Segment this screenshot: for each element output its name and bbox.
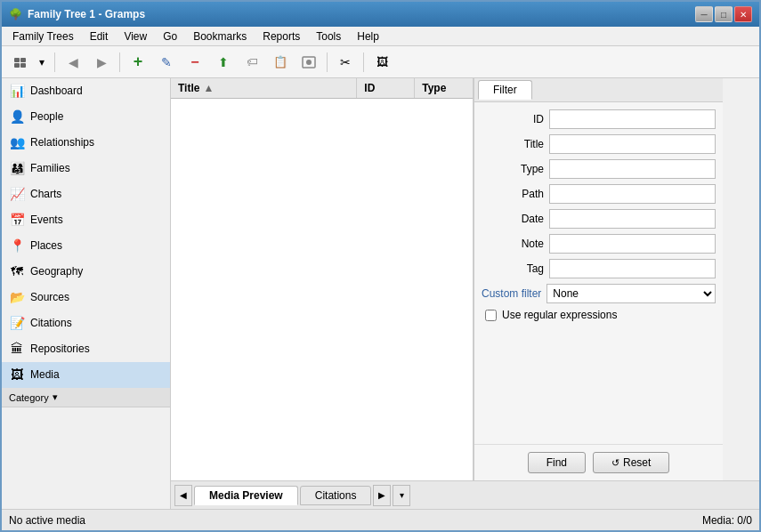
- reset-button[interactable]: ↺ Reset: [593, 452, 669, 473]
- filter-row-tag: Tag: [482, 259, 716, 278]
- sidebar-item-events[interactable]: 📅 Events: [2, 207, 170, 233]
- sidebar-item-relationships[interactable]: 👥 Relationships: [2, 130, 170, 156]
- menu-tools[interactable]: Tools: [309, 28, 348, 44]
- filter-row-note: Note: [482, 234, 716, 254]
- filter-input-tag[interactable]: [549, 259, 716, 278]
- dashboard-icon: 📊: [9, 83, 25, 99]
- merge-button[interactable]: ⬆: [210, 50, 237, 75]
- col-header-id[interactable]: ID: [357, 78, 415, 98]
- svg-rect-0: [14, 58, 20, 62]
- tab-media-preview[interactable]: Media Preview: [194, 486, 298, 505]
- sidebar-item-sources[interactable]: 📂 Sources: [2, 285, 170, 310]
- menu-help[interactable]: Help: [350, 28, 386, 44]
- edit-button[interactable]: ✎: [153, 50, 180, 75]
- export-icon: [301, 54, 317, 70]
- sidebar-item-dashboard[interactable]: 📊 Dashboard: [2, 78, 170, 104]
- filter-tab[interactable]: Filter: [478, 80, 532, 100]
- menu-bookmarks[interactable]: Bookmarks: [186, 28, 254, 44]
- sidebar-item-geography[interactable]: 🗺 Geography: [2, 259, 170, 285]
- sidebar-label-media: Media: [30, 368, 60, 381]
- filter-input-note[interactable]: [549, 234, 716, 254]
- status-left: No active media: [9, 514, 85, 527]
- svg-rect-2: [14, 63, 20, 68]
- sidebar-item-repositories[interactable]: 🏛 Repositories: [2, 336, 170, 362]
- list-panel: Title ▲ ID Type: [171, 78, 474, 480]
- filter-tab-row: Filter: [474, 78, 723, 102]
- tab-next-arrow[interactable]: ▶: [373, 485, 391, 506]
- main-content: 📊 Dashboard 👤 People 👥 Relationships 👨‍👩…: [2, 78, 759, 509]
- media-button[interactable]: 🖼: [368, 50, 395, 75]
- titlebar: 🌳 Family Tree 1 - Gramps ─ □ ✕: [2, 2, 759, 27]
- filter-input-title[interactable]: [549, 134, 716, 154]
- filter-input-id[interactable]: [549, 109, 716, 129]
- filter-label-id: ID: [482, 113, 544, 125]
- menu-reports[interactable]: Reports: [255, 28, 307, 44]
- sidebar-category[interactable]: Category ▾: [2, 388, 170, 407]
- sidebar-item-families[interactable]: 👨‍👩‍👧 Families: [2, 156, 170, 181]
- filter-row-path: Path: [482, 184, 716, 204]
- filter-label-tag: Tag: [482, 262, 544, 275]
- category-dropdown-icon: ▾: [53, 391, 58, 403]
- regex-row: Use regular expressions: [482, 309, 716, 321]
- home-dropdown[interactable]: ▾: [34, 50, 50, 75]
- custom-filter-select[interactable]: None: [546, 284, 716, 303]
- filter-body: ID Title Type Path: [474, 102, 723, 444]
- col-header-type[interactable]: Type: [415, 78, 473, 98]
- clipboard-button[interactable]: 📋: [267, 50, 294, 75]
- filter-input-path[interactable]: [549, 184, 716, 204]
- main-window: 🌳 Family Tree 1 - Gramps ─ □ ✕ Family Tr…: [0, 0, 761, 532]
- list-body: [171, 99, 473, 480]
- menu-family-trees[interactable]: Family Trees: [5, 28, 81, 44]
- sidebar-item-media[interactable]: 🖼 Media: [2, 362, 170, 388]
- tab-citations[interactable]: Citations: [300, 486, 372, 505]
- sidebar-item-citations[interactable]: 📝 Citations: [2, 310, 170, 336]
- filter-label-date: Date: [482, 213, 544, 225]
- titlebar-controls: ─ □ ✕: [695, 6, 752, 22]
- add-button[interactable]: +: [125, 50, 151, 75]
- col-header-title[interactable]: Title ▲: [171, 78, 357, 98]
- statusbar: No active media Media: 0/0: [2, 509, 759, 530]
- find-button[interactable]: Find: [528, 452, 586, 473]
- sidebar-label-events: Events: [30, 214, 63, 226]
- tab-prev-arrow[interactable]: ◀: [174, 485, 192, 506]
- filter-input-type[interactable]: [549, 159, 716, 179]
- menu-go[interactable]: Go: [156, 28, 184, 44]
- charts-icon: 📈: [9, 186, 25, 202]
- toolbar: ▾ ◀ ▶ + ✎ − ⬆ 🏷 📋 ✂ 🖼: [2, 46, 759, 78]
- sidebar-item-charts[interactable]: 📈 Charts: [2, 181, 170, 207]
- menu-view[interactable]: View: [117, 28, 154, 44]
- sources-icon: 📂: [9, 289, 25, 305]
- sidebar-item-people[interactable]: 👤 People: [2, 104, 170, 130]
- menu-edit[interactable]: Edit: [83, 28, 116, 44]
- export-button[interactable]: [295, 50, 322, 75]
- sidebar-label-citations: Citations: [30, 317, 72, 329]
- sidebar-item-places[interactable]: 📍 Places: [2, 233, 170, 259]
- filter-label-path: Path: [482, 188, 544, 200]
- maximize-button[interactable]: □: [715, 6, 733, 22]
- regex-checkbox[interactable]: [485, 310, 497, 321]
- svg-rect-3: [20, 63, 26, 68]
- app-icon: 🌳: [9, 8, 22, 20]
- sidebar-label-charts: Charts: [30, 188, 61, 200]
- back-button[interactable]: ◀: [60, 50, 86, 75]
- forward-button[interactable]: ▶: [88, 50, 115, 75]
- filter-row-type: Type: [482, 159, 716, 179]
- events-icon: 📅: [9, 212, 25, 228]
- minimize-button[interactable]: ─: [695, 6, 713, 22]
- tab-dropdown[interactable]: ▾: [393, 485, 410, 506]
- filter-label-title: Title: [482, 138, 544, 150]
- cut-button[interactable]: ✂: [332, 50, 359, 75]
- svg-point-5: [306, 60, 312, 65]
- media-icon: 🖼: [9, 367, 25, 383]
- sidebar-label-geography: Geography: [30, 265, 83, 278]
- sidebar-label-relationships: Relationships: [30, 136, 94, 149]
- home-button[interactable]: [7, 50, 34, 75]
- custom-filter-link[interactable]: Custom filter: [482, 287, 541, 300]
- sidebar: 📊 Dashboard 👤 People 👥 Relationships 👨‍👩…: [2, 78, 171, 509]
- remove-button[interactable]: −: [182, 50, 208, 75]
- close-button[interactable]: ✕: [734, 6, 752, 22]
- filter-input-date[interactable]: [549, 209, 716, 229]
- tag-button[interactable]: 🏷: [239, 50, 265, 75]
- geography-icon: 🗺: [9, 263, 25, 279]
- sidebar-label-places: Places: [30, 239, 62, 252]
